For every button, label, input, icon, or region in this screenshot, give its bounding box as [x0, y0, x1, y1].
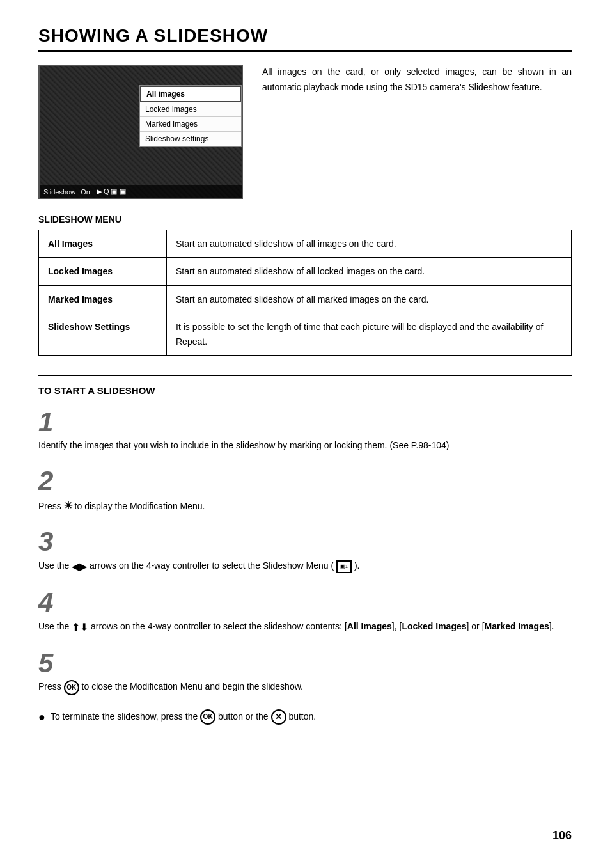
camera-screenshot: All images Locked images Marked images S…	[38, 65, 243, 199]
bullet-icon: ●	[38, 709, 45, 725]
status-on-label: On	[81, 188, 90, 196]
term-locked-images: Locked Images	[39, 258, 167, 285]
page-title: SHOWING A SLIDESHOW	[38, 26, 572, 52]
menu-item-locked-images: Locked images	[140, 102, 241, 117]
arrows-ud-icon: ⬆⬇	[72, 619, 88, 636]
step-4-text: Use the ⬆⬇ arrows on the 4-way controlle…	[38, 619, 572, 636]
status-slideshow-label: Slideshow	[43, 188, 75, 196]
step-5: 5 Press OK to close the Modification Men…	[38, 650, 572, 695]
menu-item-slideshow-settings: Slideshow settings	[140, 132, 241, 146]
step-2: 2 Press ✳ to display the Modification Me…	[38, 468, 572, 514]
arrows-lr-icon: ◀▶	[72, 558, 87, 575]
step-1-text: Identify the images that you wish to inc…	[38, 438, 572, 454]
desc-slideshow-settings: It is possible to set the length of time…	[167, 313, 572, 356]
intro-section: All images Locked images Marked images S…	[38, 65, 572, 199]
step-2-text: Press ✳ to display the Modification Menu…	[38, 497, 572, 514]
step-1: 1 Identify the images that you wish to i…	[38, 409, 572, 454]
intro-text: All images on the card, or only selected…	[262, 65, 572, 199]
bullet-note: ● To terminate the slideshow, press the …	[38, 709, 572, 725]
step-3-text: Use the ◀▶ arrows on the 4-way controlle…	[38, 558, 572, 575]
note-text: To terminate the slideshow, press the OK…	[51, 709, 316, 725]
term-all-images: All Images	[39, 230, 167, 258]
menu-overlay: All images Locked images Marked images S…	[139, 85, 242, 147]
step-1-number: 1	[38, 409, 572, 436]
table-row: Marked Images Start an automated slidesh…	[39, 285, 572, 313]
slideshow-menu-table: All Images Start an automated slideshow …	[38, 230, 572, 356]
ok-icon-note: OK	[200, 709, 215, 725]
page-number: 106	[552, 829, 572, 842]
slideshow-menu-icon: ▣ 1	[336, 560, 352, 573]
menu-item-marked-images: Marked images	[140, 117, 241, 132]
to-start-title: TO START A SLIDESHOW	[38, 385, 572, 396]
menu-item-all-images: All images	[140, 86, 241, 102]
step-3-number: 3	[38, 528, 572, 555]
desc-locked-images: Start an automated slideshow of all lock…	[167, 258, 572, 285]
x-icon-note: ✕	[271, 709, 286, 725]
asterisk-icon: ✳	[64, 497, 72, 514]
desc-marked-images: Start an automated slideshow of all mark…	[167, 285, 572, 313]
table-row: Slideshow Settings It is possible to set…	[39, 313, 572, 356]
to-start-section: TO START A SLIDESHOW 1 Identify the imag…	[38, 375, 572, 725]
table-row: Locked Images Start an automated slidesh…	[39, 258, 572, 285]
desc-all-images: Start an automated slideshow of all imag…	[167, 230, 572, 258]
table-row: All Images Start an automated slideshow …	[39, 230, 572, 258]
term-slideshow-settings: Slideshow Settings	[39, 313, 167, 356]
step-3: 3 Use the ◀▶ arrows on the 4-way control…	[38, 528, 572, 575]
ok-icon-step5: OK	[64, 680, 79, 695]
step-5-text: Press OK to close the Modification Menu …	[38, 679, 572, 695]
step-2-number: 2	[38, 468, 572, 494]
step-4: 4 Use the ⬆⬇ arrows on the 4-way control…	[38, 589, 572, 636]
term-marked-images: Marked Images	[39, 285, 167, 313]
step-5-number: 5	[38, 650, 572, 677]
step-4-number: 4	[38, 589, 572, 616]
slideshow-menu-title: SLIDESHOW MENU	[38, 214, 572, 225]
camera-status-bar: Slideshow On ▶ Q ▣ ▣	[40, 185, 242, 198]
status-icons: ▶ Q ▣ ▣	[97, 187, 126, 196]
